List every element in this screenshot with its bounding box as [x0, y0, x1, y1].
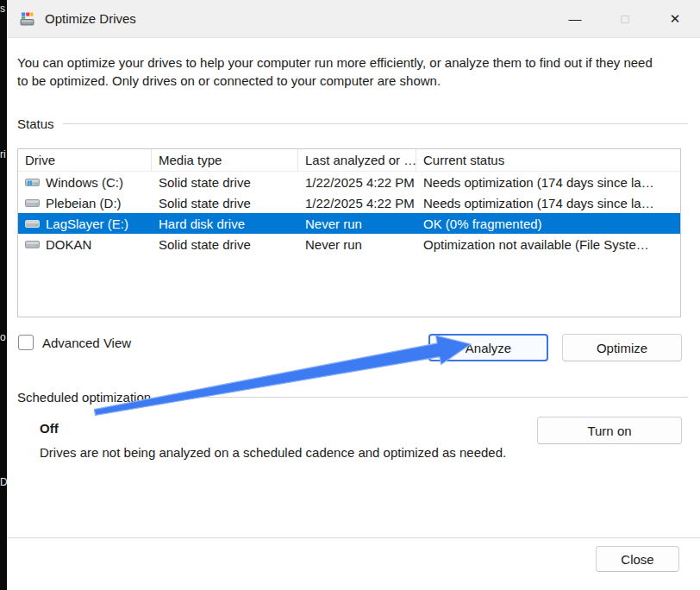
scheduled-optimization-group: Scheduled optimization: [17, 390, 688, 405]
drive-media-type: Solid state drive: [152, 175, 298, 190]
drive-row-lagslayer-e-selected[interactable]: LagSlayer (E:) Hard disk drive Never run…: [18, 213, 680, 234]
optimize-button[interactable]: Optimize: [562, 334, 682, 361]
scheduled-state: Off: [40, 421, 59, 436]
advanced-view-option[interactable]: Advanced View: [18, 335, 131, 350]
drive-row-windows-c[interactable]: Windows (C:) Solid state drive 1/22/2025…: [18, 172, 680, 192]
drive-icon: [25, 196, 40, 210]
drive-current-status: OK (0% fragmented): [416, 217, 680, 231]
drive-row-plebeian-d[interactable]: Plebeian (D:) Solid state drive 1/22/202…: [18, 192, 680, 213]
titlebar: Optimize Drives — □ ✕: [7, 0, 700, 38]
drive-name: Windows (C:): [46, 175, 123, 190]
optimize-drives-dialog: Optimize Drives — □ ✕ You can optimize y…: [7, 0, 700, 590]
scheduled-description: Drives are not being analyzed on a sched…: [40, 445, 522, 460]
column-header-media[interactable]: Media type: [152, 149, 298, 171]
drive-name: DOKAN: [46, 237, 91, 252]
background-text-fragment: D: [0, 476, 7, 488]
drive-name: Plebeian (D:): [46, 196, 122, 210]
optimize-drives-app-icon: [19, 10, 38, 28]
windows-drive-icon: [25, 175, 40, 189]
column-header-drive[interactable]: Drive: [18, 149, 152, 171]
advanced-view-checkbox[interactable]: [18, 335, 34, 350]
background-text-fragment: o: [0, 331, 6, 343]
advanced-view-label: Advanced View: [42, 336, 131, 350]
drive-icon: [25, 237, 40, 251]
description-text: You can optimize your drives to help you…: [17, 53, 662, 90]
status-group: Status: [17, 116, 688, 131]
turn-on-button[interactable]: Turn on: [537, 417, 682, 444]
drive-last-analyzed: Never run: [298, 237, 416, 252]
drive-icon: [25, 217, 40, 230]
drive-current-status: Optimization not available (File Syste…: [416, 237, 680, 252]
maximize-button: □: [600, 0, 650, 38]
column-header-last-analyzed[interactable]: Last analyzed or …: [298, 149, 416, 171]
analyze-button[interactable]: Analyze: [428, 334, 548, 361]
close-window-button[interactable]: ✕: [650, 0, 700, 38]
close-button[interactable]: Close: [596, 546, 679, 572]
drive-current-status: Needs optimization (174 days since la…: [416, 196, 680, 210]
window-title: Optimize Drives: [45, 11, 136, 26]
divider-line: [63, 123, 688, 125]
drive-name: LagSlayer (E:): [46, 217, 128, 231]
screen: s ri o D Optimize Drives — □: [0, 0, 700, 590]
drive-media-type: Solid state drive: [152, 237, 298, 252]
dialog-content: You can optimize your drives to help you…: [7, 38, 700, 590]
drive-last-analyzed: Never run: [298, 217, 416, 231]
background-text-fragment: s: [0, 3, 5, 15]
drive-media-type: Hard disk drive: [152, 217, 298, 231]
scheduled-optimization-label: Scheduled optimization: [17, 390, 151, 405]
divider-line: [159, 397, 688, 399]
column-header-current-status[interactable]: Current status: [416, 149, 680, 171]
window-controls: — □ ✕: [550, 0, 700, 38]
drive-media-type: Solid state drive: [152, 196, 298, 210]
status-group-label: Status: [17, 116, 54, 131]
drive-last-analyzed: 1/22/2025 4:22 PM: [298, 196, 416, 210]
drive-list: Drive Media type Last analyzed or … Curr…: [17, 148, 681, 317]
drive-current-status: Needs optimization (174 days since la…: [416, 175, 680, 190]
footer-divider: [7, 537, 700, 539]
minimize-button[interactable]: —: [550, 0, 600, 38]
drive-list-header: Drive Media type Last analyzed or … Curr…: [18, 149, 680, 172]
background-window-edge: s ri o D: [0, 0, 7, 590]
drive-row-dokan[interactable]: DOKAN Solid state drive Never run Optimi…: [18, 234, 680, 254]
drive-last-analyzed: 1/22/2025 4:22 PM: [298, 175, 416, 190]
background-text-fragment: ri: [0, 148, 6, 160]
